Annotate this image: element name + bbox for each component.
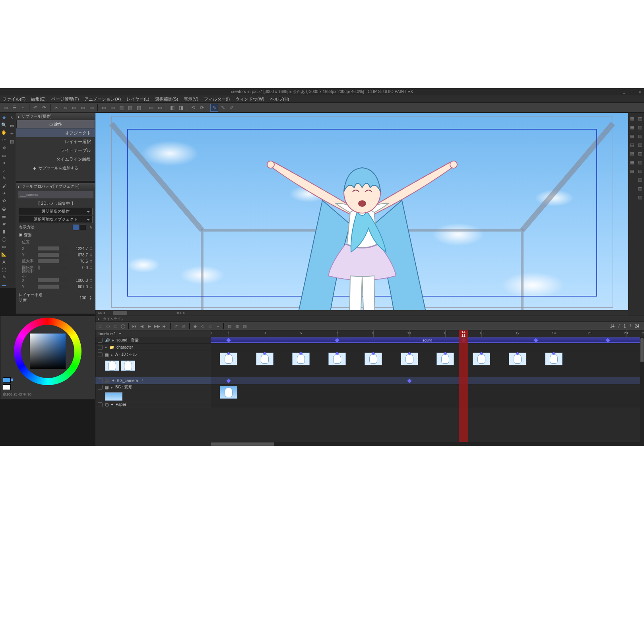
window-maximize[interactable]: □ [628, 88, 636, 95]
tb-l-icon[interactable]: ◨ [177, 104, 185, 112]
wrench-icon[interactable]: ✎ [89, 225, 93, 230]
tb-h-icon[interactable]: ▤ [135, 104, 143, 112]
nav-icon[interactable]: ▦ [629, 115, 635, 122]
toolprop-display-toggle[interactable] [73, 225, 86, 230]
slider-rcy[interactable] [38, 285, 68, 289]
rb5-icon[interactable]: ▥ [637, 150, 643, 157]
step-y[interactable]: ▲▼ [89, 252, 93, 257]
tl-play-icon[interactable]: ▶ [146, 323, 153, 329]
tb-pen2-icon[interactable]: ✎ [219, 104, 227, 112]
lane-bg[interactable] [211, 384, 644, 401]
val-rcx[interactable]: 1000.0 [70, 278, 88, 283]
tb-pen3-icon[interactable]: ✐ [228, 104, 236, 112]
subtool-item-timeline-edit[interactable]: タイムライン編集 [16, 155, 95, 163]
tl-next-icon[interactable]: ▶▶ [154, 323, 160, 329]
menu-selection[interactable]: 選択範囲(S) [155, 96, 178, 102]
tb-undo-icon[interactable]: ↶ [31, 104, 39, 112]
rb9-icon[interactable]: ▥ [637, 185, 643, 192]
subtool-add[interactable]: ✚ サブツールを追加する [16, 163, 95, 173]
lane-cels[interactable]: 12345678910 [211, 351, 644, 377]
layer-move-icon[interactable]: ▭ [9, 122, 15, 129]
menu-help[interactable]: ヘルプ(H) [270, 96, 289, 102]
track-paper-label[interactable]: Paper [116, 402, 126, 407]
tl-icon[interactable]: ▤ [9, 138, 15, 145]
val-y[interactable]: 678.7 [70, 253, 88, 257]
rb6-icon[interactable]: ▥ [637, 159, 643, 165]
tl-m2-icon[interactable]: ▥ [234, 323, 240, 329]
swatch-icon[interactable]: ▬ [1, 282, 7, 288]
menu-animation[interactable]: アニメーション(A) [84, 96, 121, 102]
tl-m3-icon[interactable]: ▥ [241, 323, 248, 329]
correct-icon[interactable]: ✎ [1, 274, 7, 280]
layer-panel-icon[interactable]: ▤ [629, 150, 635, 157]
tb-rot-l-icon[interactable]: ⟲ [189, 104, 197, 112]
menu-view[interactable]: 表示(V) [184, 96, 198, 102]
slider-scale[interactable] [38, 259, 68, 263]
rb4-icon[interactable]: ▥ [637, 142, 643, 148]
step-scale[interactable]: ▲▼ [89, 259, 93, 264]
dropper-icon[interactable]: ⟋ [1, 168, 7, 174]
menu-file[interactable]: ファイル(F) [2, 96, 25, 102]
tb-save-icon[interactable]: ⌂ [19, 104, 27, 112]
val-scale[interactable]: 78.5 [70, 259, 88, 264]
tb-k-icon[interactable]: ◧ [168, 104, 176, 112]
lane-paper[interactable] [211, 401, 644, 408]
panel-subtool-title[interactable]: ▸サブツール[操作] [16, 113, 95, 120]
track-sound-label[interactable]: sound : 音量 [116, 338, 139, 343]
cursor-icon[interactable]: ↖ [9, 114, 15, 121]
lt-icon[interactable]: ☀ [9, 130, 15, 137]
slider-x[interactable] [38, 246, 68, 250]
menu-page[interactable]: ページ管理(P) [51, 96, 79, 102]
subtool-item-light-table[interactable]: ライトテーブル [16, 146, 95, 155]
fill-icon[interactable]: ▰ [1, 221, 7, 227]
text-icon[interactable]: A [1, 259, 7, 265]
rb10-icon[interactable]: ▥ [637, 194, 643, 200]
pen-icon[interactable]: ✎ [1, 175, 7, 181]
slider-y[interactable] [38, 253, 68, 257]
lane-sound[interactable]: sound [211, 337, 644, 343]
marquee-icon[interactable]: ▭ [1, 153, 7, 159]
track-vis-paper[interactable] [98, 402, 103, 407]
misc2-icon[interactable]: ▤ [629, 142, 635, 148]
wand-icon[interactable]: ✦ [1, 160, 7, 166]
val-rcy[interactable]: 607.0 [70, 285, 88, 289]
tl-key3-icon[interactable]: ▭ [207, 323, 213, 329]
tb-a-icon[interactable]: ▭ [70, 104, 78, 112]
tl-b-icon[interactable]: ▭ [112, 323, 118, 329]
brush-icon[interactable]: 🖌 [1, 183, 7, 189]
step-opacity[interactable]: ▲▼ [89, 295, 93, 300]
tl-last-icon[interactable]: ⏭ [161, 323, 168, 329]
tl-c-icon[interactable]: ◯ [120, 323, 126, 329]
tl-first-icon[interactable]: ⏮ [131, 323, 138, 329]
rb2-icon[interactable]: ▥ [637, 124, 643, 130]
tb-g-icon[interactable]: ▤ [126, 104, 134, 112]
balloon-icon[interactable]: ◯ [1, 267, 7, 273]
sv-box[interactable] [30, 334, 66, 369]
canvas-h-scrollbar[interactable] [113, 311, 624, 315]
grad-icon[interactable]: ▮ [1, 229, 7, 235]
canvas-area[interactable]: 46.0 100.0 [95, 113, 629, 316]
tl-new-icon[interactable]: ▭ [97, 323, 103, 329]
val-x[interactable]: 1224.7 [70, 246, 88, 251]
tl-key2-icon[interactable]: ◇ [200, 323, 206, 329]
move-icon[interactable]: ✥ [1, 145, 7, 151]
val-opacity[interactable]: 100 [74, 296, 86, 300]
tl-onion-icon[interactable]: ◎ [180, 323, 187, 329]
rb1-icon[interactable]: ▥ [637, 115, 643, 122]
menu-edit[interactable]: 編集(E) [31, 96, 46, 102]
cel-thumb-b[interactable] [121, 361, 135, 371]
step-x[interactable]: ▲▼ [89, 246, 93, 251]
toolprop-selectable-obj[interactable]: 選択可能なオブジェクト [19, 216, 93, 223]
rb7-icon[interactable]: ▥ [637, 168, 643, 174]
tb-cut-icon[interactable]: ✂ [52, 104, 60, 112]
menu-window[interactable]: ウィンドウ(W) [235, 96, 264, 102]
rb8-icon[interactable]: ▥ [637, 177, 643, 183]
toolprop-camera-tab[interactable]: ___camera [18, 191, 93, 198]
lane-folder[interactable] [211, 344, 644, 351]
track-vis-cam[interactable] [98, 378, 103, 383]
window-minimize[interactable]: _ [620, 88, 628, 95]
val-rot[interactable]: 0.0 [70, 266, 88, 270]
eraser-icon[interactable]: ◒ [1, 206, 7, 212]
frame-icon[interactable]: ▭ [1, 244, 7, 250]
ruler-icon[interactable]: 📐 [1, 251, 7, 257]
